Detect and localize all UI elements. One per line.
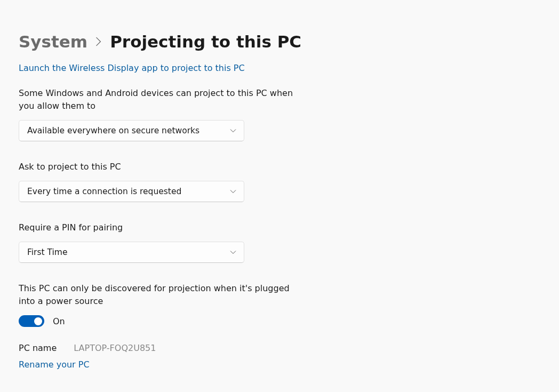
page-title: Projecting to this PC xyxy=(110,32,301,51)
pc-name-row: PC name LAPTOP-FOQ2U851 xyxy=(19,343,559,353)
power-toggle-state: On xyxy=(53,316,65,326)
ask-value: Every time a connection is requested xyxy=(27,187,181,196)
chevron-right-icon xyxy=(95,37,102,46)
power-setting: This PC can only be discovered for proje… xyxy=(19,282,559,327)
power-toggle[interactable] xyxy=(19,315,44,327)
ask-label: Ask to project to this PC xyxy=(19,161,307,173)
rename-pc-link[interactable]: Rename your PC xyxy=(19,359,90,370)
availability-value: Available everywhere on secure networks xyxy=(27,126,199,135)
pc-name-value: LAPTOP-FOQ2U851 xyxy=(74,343,156,353)
availability-dropdown[interactable]: Available everywhere on secure networks xyxy=(19,120,244,141)
availability-setting: Some Windows and Android devices can pro… xyxy=(19,87,559,141)
pin-value: First Time xyxy=(27,247,67,257)
pin-label: Require a PIN for pairing xyxy=(19,221,307,234)
pc-name-label: PC name xyxy=(19,343,57,353)
chevron-down-icon xyxy=(230,188,236,195)
chevron-down-icon xyxy=(230,127,236,134)
pin-setting: Require a PIN for pairing First Time xyxy=(19,221,559,263)
launch-wireless-display-link[interactable]: Launch the Wireless Display app to proje… xyxy=(19,63,245,73)
ask-dropdown[interactable]: Every time a connection is requested xyxy=(19,181,244,202)
chevron-down-icon xyxy=(230,249,236,255)
toggle-knob xyxy=(34,317,42,325)
ask-setting: Ask to project to this PC Every time a c… xyxy=(19,161,559,202)
power-label: This PC can only be discovered for proje… xyxy=(19,282,307,308)
availability-label: Some Windows and Android devices can pro… xyxy=(19,87,307,113)
breadcrumb: System Projecting to this PC xyxy=(19,32,559,51)
pin-dropdown[interactable]: First Time xyxy=(19,242,244,263)
breadcrumb-parent[interactable]: System xyxy=(19,32,87,51)
